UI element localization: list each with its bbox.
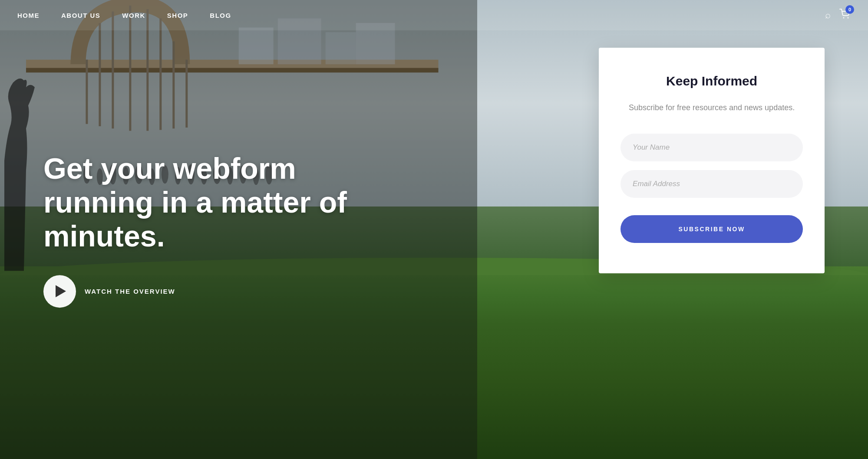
svg-point-30: [848, 17, 849, 19]
navbar: HOME ABOUT US WORK SHOP BLOG ⌕ 0: [0, 0, 868, 30]
nav-home[interactable]: HOME: [17, 12, 40, 19]
svg-rect-12: [326, 32, 356, 64]
watch-overview-button[interactable]: WATCH THE OVERVIEW: [43, 275, 391, 308]
subscribe-card: Keep Informed Subscribe for free resourc…: [599, 48, 825, 273]
card-title: Keep Informed: [620, 74, 803, 89]
search-icon[interactable]: ⌕: [825, 10, 831, 21]
svg-point-29: [843, 17, 845, 19]
cart-badge: 0: [845, 5, 854, 14]
email-field-group: [620, 170, 803, 198]
play-icon: [56, 285, 66, 297]
svg-rect-10: [239, 27, 274, 64]
nav-work[interactable]: WORK: [122, 12, 145, 19]
nav-links: HOME ABOUT US WORK SHOP BLOG: [17, 12, 231, 19]
cart-wrapper[interactable]: 0: [839, 9, 851, 22]
email-input[interactable]: [620, 170, 803, 198]
nav-shop[interactable]: SHOP: [167, 12, 188, 19]
subscribe-button[interactable]: SUBSCRIBE NOW: [620, 215, 803, 243]
watch-label: WATCH THE OVERVIEW: [85, 288, 175, 295]
card-subtitle: Subscribe for free resources and news up…: [620, 102, 803, 114]
hero-content: Get your webform running in a matter of …: [43, 151, 391, 308]
nav-actions: ⌕ 0: [825, 9, 851, 22]
nav-blog[interactable]: BLOG: [210, 12, 231, 19]
nav-about[interactable]: ABOUT US: [61, 12, 100, 19]
name-field-group: [620, 134, 803, 161]
play-button[interactable]: [43, 275, 76, 308]
hero-title: Get your webform running in a matter of …: [43, 151, 391, 253]
name-input[interactable]: [620, 134, 803, 161]
